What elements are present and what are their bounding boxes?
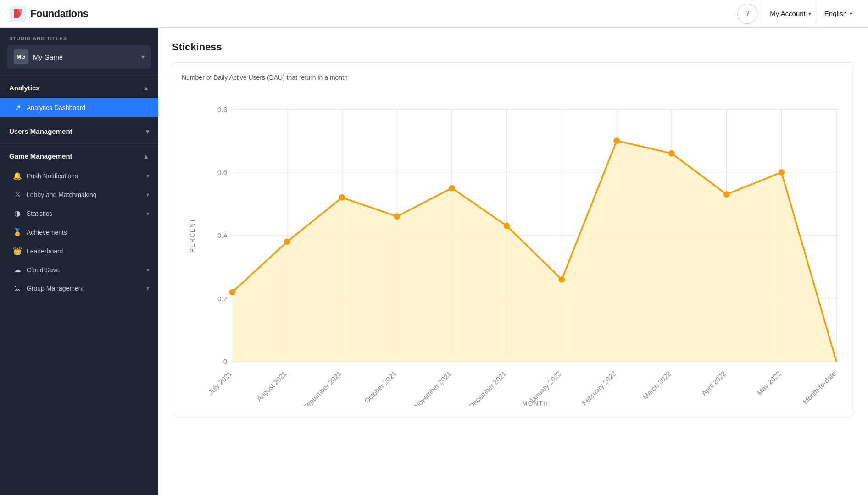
push-notifications-icon: 🔔 [13,171,22,180]
language-label: English [824,10,847,17]
sidebar: STUDIO AND TITLES MG My Game ▾ Analytics… [0,28,158,495]
push-notifications-label: Push Notifications [27,172,78,180]
group-management-label: Group Management [27,285,84,292]
statistics-label: Statistics [27,210,52,217]
sidebar-item-achievements[interactable]: 🏅 Achievements [0,223,158,242]
statistics-chevron: ▾ [146,210,149,217]
stickiness-chart: .grid-line { stroke: #e5e7eb; stroke-wid… [182,90,845,406]
game-management-chevron-icon: ▲ [143,153,149,160]
header-right: ? My Account ▾ English ▾ [737,0,859,28]
svg-point-34 [778,169,785,176]
my-account-chevron: ▾ [808,11,811,17]
chart-wrapper: .grid-line { stroke: #e5e7eb; stroke-wid… [182,90,845,407]
cloud-save-label: Cloud Save [27,266,60,274]
svg-point-33 [723,191,730,198]
nav-divider-3 [0,143,158,144]
language-chevron: ▾ [850,11,852,17]
studio-label: STUDIO AND TITLES [0,28,158,45]
game-management-section-header[interactable]: Game Management ▲ [0,146,158,166]
svg-text:September 2021: September 2021 [301,369,343,406]
achievements-label: Achievements [27,229,67,236]
main-layout: STUDIO AND TITLES MG My Game ▾ Analytics… [0,28,868,495]
language-dropdown[interactable]: English ▾ [818,0,859,28]
leaderboard-icon: 👑 [13,247,22,255]
users-section-label: Users Management [9,127,72,135]
svg-point-27 [394,213,400,220]
svg-text:July 2021: July 2021 [206,369,233,396]
svg-point-31 [613,138,620,144]
chart-subtitle: Number of Daily Active Users (DAU) that … [182,74,845,81]
logo-text: Foundations [30,8,88,20]
svg-text:0.2: 0.2 [217,295,227,302]
sidebar-item-group-management[interactable]: 🗂 Group Management ▾ [0,279,158,297]
group-management-chevron: ▾ [146,285,149,292]
svg-text:November 2021: November 2021 [412,369,453,406]
game-selector[interactable]: MG My Game ▾ [7,45,151,69]
svg-text:October 2021: October 2021 [363,369,398,405]
cloud-save-icon: ☁ [13,265,22,274]
leaderboard-label: Leaderboard [27,248,63,255]
analytics-chevron-icon: ▲ [143,84,149,92]
svg-text:0.6: 0.6 [217,168,227,176]
svg-text:0.4: 0.4 [217,231,227,239]
users-section-header[interactable]: Users Management ▾ [0,121,158,142]
svg-text:March 2022: March 2022 [641,369,673,401]
analytics-section-header[interactable]: Analytics ▲ [0,77,158,98]
svg-point-26 [339,194,345,201]
lobby-matchmaking-label: Lobby and Matchmaking [27,191,97,198]
svg-text:Month-to-date: Month-to-date [801,369,838,406]
game-management-section-label: Game Management [9,152,72,160]
my-account-dropdown[interactable]: My Account ▾ [763,0,818,28]
chart-container: Number of Daily Active Users (DAU) that … [172,62,854,415]
svg-text:April 2022: April 2022 [700,369,728,397]
sidebar-item-push-notifications[interactable]: 🔔 Push Notifications ▾ [0,166,158,185]
content-area: Stickiness Number of Daily Active Users … [158,28,868,495]
nav-divider-2 [0,119,158,119]
game-badge: MG [14,50,28,64]
logo-icon [9,6,26,22]
svg-point-29 [504,223,510,229]
svg-point-30 [559,276,565,283]
svg-text:August 2021: August 2021 [255,369,288,402]
achievements-icon: 🏅 [13,228,22,236]
page-title: Stickiness [172,41,854,53]
my-account-label: My Account [770,10,806,17]
svg-point-24 [229,289,235,295]
nav-section-users: Users Management ▾ [0,121,158,142]
game-selector-chevron: ▾ [141,53,145,60]
group-management-icon: 🗂 [13,284,22,292]
svg-text:PERCENT: PERCENT [189,218,196,253]
svg-point-28 [449,185,455,191]
lobby-matchmaking-icon: ⚔ [13,190,22,199]
sidebar-item-leaderboard[interactable]: 👑 Leaderboard [0,242,158,260]
sidebar-item-analytics-dashboard[interactable]: ↗ Analytics Dashboard [0,98,158,117]
nav-section-game-management: Game Management ▲ 🔔 Push Notifications ▾… [0,146,158,297]
header: Foundations ? My Account ▾ English ▾ [0,0,868,28]
sidebar-item-lobby-matchmaking[interactable]: ⚔ Lobby and Matchmaking ▾ [0,185,158,204]
users-chevron-icon: ▾ [146,128,149,135]
svg-text:0: 0 [223,358,227,365]
cloud-save-chevron: ▾ [146,267,149,273]
analytics-dashboard-icon: ↗ [13,103,22,112]
sidebar-item-cloud-save[interactable]: ☁ Cloud Save ▾ [0,260,158,279]
nav-section-analytics: Analytics ▲ ↗ Analytics Dashboard [0,77,158,117]
analytics-dashboard-label: Analytics Dashboard [27,104,85,111]
statistics-icon: ◑ [13,209,22,218]
svg-text:MONTH: MONTH [522,400,548,406]
svg-text:December 2021: December 2021 [467,369,508,406]
svg-text:May 2022: May 2022 [756,369,783,396]
svg-point-32 [668,150,675,157]
svg-text:January 2022: January 2022 [528,369,563,405]
analytics-section-label: Analytics [9,84,40,92]
lobby-matchmaking-chevron: ▾ [146,192,149,198]
svg-text:February 2022: February 2022 [580,369,618,406]
svg-text:0.8: 0.8 [217,105,227,113]
svg-point-25 [284,238,290,245]
svg-marker-23 [232,141,836,362]
nav-divider-1 [0,75,158,76]
logo-area: Foundations [9,6,737,22]
push-notifications-chevron: ▾ [146,173,149,179]
sidebar-item-statistics[interactable]: ◑ Statistics ▾ [0,204,158,223]
game-name: My Game [33,53,137,61]
help-button[interactable]: ? [737,4,757,24]
